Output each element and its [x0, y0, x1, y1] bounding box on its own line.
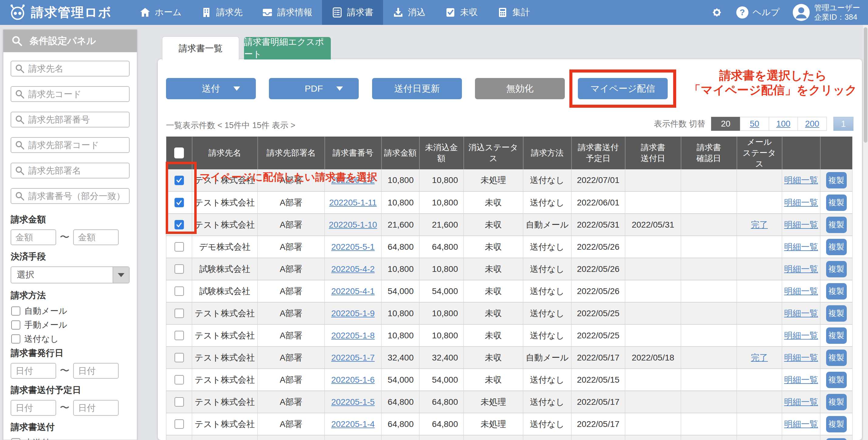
row-checkbox[interactable] — [175, 397, 184, 407]
nav-item-billing-info[interactable]: 請求情報 — [252, 0, 322, 25]
toolbar-button-0[interactable]: 送付 — [166, 78, 256, 99]
method-option-0[interactable]: 自動メール — [11, 305, 130, 317]
copy-button[interactable]: 複製 — [826, 283, 847, 300]
copy-button[interactable]: 複製 — [826, 239, 847, 255]
toolbar-button-2[interactable]: 送付日更新 — [372, 78, 462, 99]
tab-invoice-list[interactable]: 請求書一覧 — [162, 36, 239, 60]
method-option-2[interactable]: 送付なし — [11, 333, 130, 345]
method-option-1[interactable]: 手動メール — [11, 319, 130, 331]
amount-to-input[interactable] — [73, 229, 119, 245]
row-checkbox[interactable] — [175, 220, 184, 229]
invoice-number-link[interactable]: 202205-1-8 — [331, 331, 374, 340]
row-checkbox[interactable] — [175, 375, 184, 384]
payment-method-select[interactable]: 選択 — [11, 266, 130, 283]
row-checkbox[interactable] — [175, 198, 184, 207]
invoice-number-link[interactable]: 202205-1-4 — [331, 419, 374, 429]
filter-input-4[interactable] — [11, 163, 130, 179]
invoice-number-link[interactable]: 202205-1-11 — [329, 198, 377, 207]
filter-input-2[interactable] — [11, 112, 130, 127]
page-size-100[interactable]: 100 — [769, 117, 798, 131]
invoice-number-link[interactable]: 202205-1-9 — [331, 309, 374, 318]
detail-list-link[interactable]: 明細一覧 — [784, 198, 818, 207]
row-checkbox[interactable] — [175, 176, 184, 185]
copy-button[interactable]: 複製 — [826, 394, 847, 410]
detail-list-link[interactable]: 明細一覧 — [784, 353, 818, 362]
pagination-page-1[interactable]: 1 — [833, 117, 854, 131]
invoice-number-link[interactable]: 202205-1-7 — [331, 353, 374, 362]
detail-list-link[interactable]: 明細一覧 — [784, 375, 818, 384]
detail-list-link[interactable]: 明細一覧 — [784, 419, 818, 429]
detail-list-link[interactable]: 明細一覧 — [784, 220, 818, 229]
copy-button[interactable]: 複製 — [826, 217, 847, 233]
filter-input-3[interactable] — [11, 137, 130, 153]
mail-status-link[interactable]: 完了 — [751, 220, 768, 229]
detail-list-link[interactable]: 明細一覧 — [784, 397, 818, 407]
copy-button[interactable]: 複製 — [826, 305, 847, 322]
copy-button[interactable]: 複製 — [826, 438, 847, 440]
copy-button[interactable]: 複製 — [826, 416, 847, 432]
tab-invoice-detail-export[interactable]: 請求書明細エクスポート — [244, 37, 331, 60]
gear-icon[interactable] — [710, 6, 723, 19]
scheduled-date-to-input[interactable] — [73, 400, 119, 416]
issue-date-from-input[interactable] — [11, 363, 56, 379]
toolbar-button-4[interactable]: マイページ配信 — [578, 78, 668, 99]
nav-item-unpaid[interactable]: 未収 — [435, 0, 488, 25]
filter-input-1[interactable] — [11, 86, 130, 102]
invoice-number-link[interactable]: 202205-4-1 — [331, 286, 374, 296]
invoice-number-link[interactable]: 202205-5-1 — [331, 242, 374, 252]
nav-item-invoices[interactable]: 請求書 — [322, 0, 383, 25]
copy-button[interactable]: 複製 — [826, 172, 847, 188]
sent-option-0[interactable]: 未送付 — [11, 437, 130, 440]
mail-status-link[interactable]: 完了 — [751, 353, 768, 362]
detail-list-link[interactable]: 明細一覧 — [784, 242, 818, 252]
row-checkbox[interactable] — [175, 353, 184, 362]
scrollbar-thumb[interactable] — [864, 27, 867, 143]
copy-button[interactable]: 複製 — [826, 194, 847, 211]
detail-list-link[interactable]: 明細一覧 — [784, 264, 818, 274]
row-checkbox[interactable] — [175, 331, 184, 340]
copy-button[interactable]: 複製 — [826, 327, 847, 344]
nav-item-home[interactable]: ホーム — [130, 0, 191, 25]
billing-method-cell: 送付なし — [523, 258, 571, 280]
copy-button[interactable]: 複製 — [826, 372, 847, 388]
detail-list-link[interactable]: 明細一覧 — [784, 176, 818, 185]
invoice-number-link[interactable]: 202205-4-2 — [331, 264, 374, 274]
row-checkbox[interactable] — [175, 264, 184, 274]
confirmed-date-cell — [681, 302, 737, 324]
detail-list-link[interactable]: 明細一覧 — [784, 286, 818, 296]
row-checkbox[interactable] — [175, 309, 184, 318]
nav-item-billto[interactable]: 請求先 — [191, 0, 252, 25]
toolbar-button-1[interactable]: PDF — [269, 78, 359, 99]
nav-item-aggregate[interactable]: 集計 — [488, 0, 539, 25]
copy-button[interactable]: 複製 — [826, 261, 847, 277]
invoice-number-link[interactable]: 202205-1-10 — [329, 220, 377, 229]
filter-input-5[interactable] — [11, 188, 130, 204]
copy-cell: 複製 — [820, 214, 852, 236]
copy-button[interactable]: 複製 — [826, 350, 847, 366]
page-size-200[interactable]: 200 — [798, 117, 827, 131]
copy-cell: 複製 — [820, 369, 852, 391]
user-menu[interactable]: 管理ユーザー 企業ID：384 — [793, 3, 860, 22]
detail-list-link[interactable]: 明細一覧 — [784, 309, 818, 318]
select-all-checkbox[interactable] — [174, 148, 184, 158]
toolbar-button-3[interactable]: 無効化 — [475, 78, 565, 99]
scheduled-date-from-input[interactable] — [11, 400, 56, 416]
row-checkbox[interactable] — [175, 419, 184, 429]
row-checkbox[interactable] — [175, 286, 184, 296]
page-scrollbar[interactable] — [863, 25, 868, 440]
page-size-20[interactable]: 20 — [711, 117, 740, 131]
help-button[interactable]: ? ヘルプ — [736, 6, 780, 19]
filter-input-0[interactable] — [11, 61, 130, 76]
billing-method-cell: 送付なし — [523, 236, 571, 258]
amount-from-input[interactable] — [11, 229, 56, 245]
issue-date-to-input[interactable] — [73, 363, 119, 379]
table-row: デモ株式会社A部署202205-5-164,80064,800未収送付なし202… — [166, 236, 852, 258]
detail-list-link[interactable]: 明細一覧 — [784, 331, 818, 340]
amount-cell: 10,800 — [381, 324, 420, 347]
page-size-label: 20 — [721, 119, 730, 129]
invoice-number-link[interactable]: 202205-1-6 — [331, 375, 374, 384]
invoice-number-link[interactable]: 202205-1-5 — [331, 397, 374, 407]
nav-item-reconcile[interactable]: 消込 — [383, 0, 435, 25]
row-checkbox[interactable] — [175, 242, 184, 252]
page-size-50[interactable]: 50 — [740, 117, 769, 131]
